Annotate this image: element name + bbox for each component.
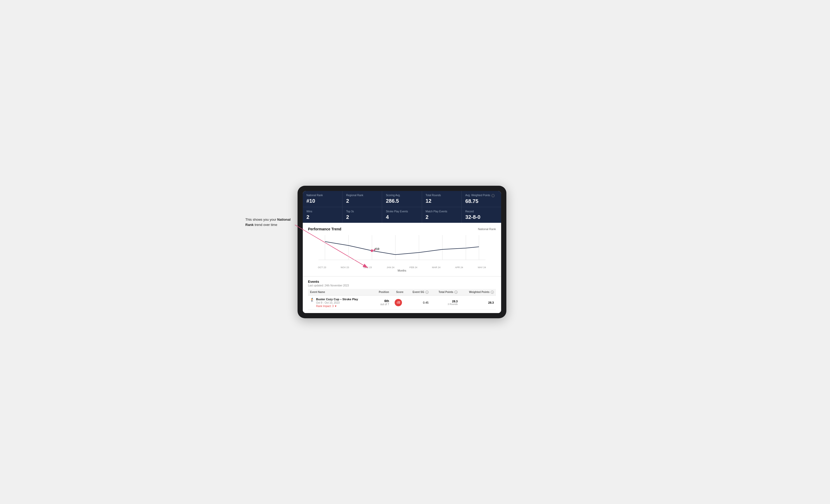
stat-record-value: 32-8-0 — [466, 214, 498, 220]
stat-top3s-value: 2 — [346, 214, 378, 220]
stat-regional-rank-value: 2 — [346, 198, 378, 204]
rank-impact-arrow: ▼ — [334, 305, 337, 308]
stat-top3s: Top 3s 2 — [343, 207, 382, 223]
x-label-dec23: DEC 23 — [356, 266, 379, 269]
events-section: Events Last updated: 24th November 2023 … — [303, 276, 501, 313]
position-sub: out of 7 — [375, 303, 389, 306]
col-event-name: Event Name — [308, 289, 373, 296]
stats-row-1: National Rank #10 Regional Rank 2 Scorin… — [303, 191, 501, 207]
stat-record-label: Record — [466, 210, 498, 213]
stat-regional-rank-label: Regional Rank — [346, 194, 378, 197]
perf-title: Performance Trend — [308, 227, 341, 231]
stat-scoring-avg-label: Scoring Avg. — [386, 194, 418, 197]
total-points-number: 28.3 — [433, 300, 457, 303]
stat-wins-value: 2 — [307, 214, 339, 220]
x-label-jan24: JAN 24 — [379, 266, 402, 269]
performance-section: Performance Trend National Rank — [303, 223, 501, 276]
events-title: Events — [308, 280, 496, 283]
stat-stroke-play: Stroke Play Events 4 — [382, 207, 422, 223]
stat-national-rank: National Rank #10 — [303, 191, 343, 207]
tooltip-icon: i — [491, 194, 494, 197]
stat-national-rank-value: #10 — [307, 198, 339, 204]
total-points-tooltip: i — [454, 291, 457, 294]
col-score: Score — [391, 289, 406, 296]
stat-record: Record 32-8-0 — [462, 207, 501, 223]
svg-point-13 — [374, 249, 375, 251]
stat-stroke-play-value: 4 — [386, 214, 418, 220]
event-name: Buster Cozy Cup – Stroke Play — [316, 298, 358, 301]
x-label-mar24: MAR 24 — [425, 266, 448, 269]
event-sg-value: 0.45 — [406, 295, 430, 310]
stat-match-play-value: 2 — [426, 214, 458, 220]
col-weighted-points: Weighted Points i — [459, 289, 496, 296]
stat-top3s-label: Top 3s — [346, 210, 378, 213]
position-value: 6th — [375, 299, 389, 303]
total-points-value: 28.3 3 Rounds — [430, 295, 459, 310]
tablet-device: National Rank #10 Regional Rank 2 Scorin… — [297, 186, 506, 318]
stat-avg-weighted: Avg. Weighted Points i 68.75 — [462, 191, 501, 207]
stat-scoring-avg-value: 286.5 — [386, 198, 418, 204]
stat-match-play-label: Match Play Events — [426, 210, 458, 213]
col-total-points: Total Points i — [430, 289, 459, 296]
perf-header: Performance Trend National Rank — [308, 227, 496, 231]
chart-area: #10 — [308, 234, 496, 265]
x-label-oct23: OCT 23 — [311, 266, 333, 269]
stat-total-rounds: Total Rounds 12 — [422, 191, 462, 207]
event-position: 6th out of 7 — [373, 295, 391, 310]
event-sg-tooltip: i — [425, 291, 428, 294]
x-label-feb24: FEB 24 — [402, 266, 425, 269]
stroke-play-icon: 🏌️ — [310, 298, 315, 302]
stat-total-rounds-value: 12 — [426, 198, 458, 204]
stat-national-rank-label: National Rank — [307, 194, 339, 197]
stats-row-2: Wins 2 Top 3s 2 Stroke Play Events 4 Mat… — [303, 207, 501, 223]
chart-x-labels: OCT 23 NOV 23 DEC 23 JAN 24 FEB 24 MAR 2… — [308, 266, 496, 269]
chart-x-axis-title: Months — [308, 269, 496, 272]
weighted-points-tooltip: i — [491, 291, 494, 294]
stat-match-play: Match Play Events 2 — [422, 207, 462, 223]
weighted-points-value: 28.3 — [459, 295, 496, 310]
table-header-row: Event Name Position Score Event SG i Tot… — [308, 289, 496, 296]
col-event-sg: Event SG i — [406, 289, 430, 296]
stat-scoring-avg: Scoring Avg. 286.5 — [382, 191, 422, 207]
col-position: Position — [373, 289, 391, 296]
event-name-container: 🏌️ Buster Cozy Cup – Stroke Play Oct 9 -… — [310, 298, 371, 308]
annotation-text: This shows you your National Rank trend … — [245, 217, 295, 227]
event-date: Oct 9 - Oct 10, 2023 — [316, 301, 358, 304]
table-row: 🏌️ Buster Cozy Cup – Stroke Play Oct 9 -… — [308, 295, 496, 310]
stat-stroke-play-label: Stroke Play Events — [386, 210, 418, 213]
events-table: Event Name Position Score Event SG i Tot… — [308, 289, 496, 310]
event-info: Buster Cozy Cup – Stroke Play Oct 9 - Oc… — [316, 298, 358, 308]
app-content: National Rank #10 Regional Rank 2 Scorin… — [303, 191, 501, 313]
stats-header: National Rank #10 Regional Rank 2 Scorin… — [303, 191, 501, 223]
stat-avg-weighted-label: Avg. Weighted Points i — [466, 194, 498, 197]
events-last-updated: Last updated: 24th November 2023 — [308, 284, 496, 287]
stat-regional-rank: Regional Rank 2 — [343, 191, 382, 207]
event-score: -22 — [391, 295, 406, 310]
stat-avg-weighted-value: 68.75 — [466, 198, 498, 204]
total-rounds: 3 Rounds — [433, 303, 457, 305]
stat-wins: Wins 2 — [303, 207, 343, 223]
performance-chart: #10 — [308, 234, 496, 265]
stat-wins-label: Wins — [307, 210, 339, 213]
x-label-nov23: NOV 23 — [333, 266, 356, 269]
svg-point-11 — [371, 249, 373, 252]
stat-total-rounds-label: Total Rounds — [426, 194, 458, 197]
event-name-cell: 🏌️ Buster Cozy Cup – Stroke Play Oct 9 -… — [308, 295, 373, 310]
score-badge: -22 — [395, 299, 402, 306]
perf-chart-label: National Rank — [478, 228, 496, 231]
x-label-apr24: APR 24 — [448, 266, 471, 269]
x-label-may24: MAY 24 — [471, 266, 493, 269]
rank-impact: Rank Impact: 3 ▼ — [316, 305, 358, 308]
